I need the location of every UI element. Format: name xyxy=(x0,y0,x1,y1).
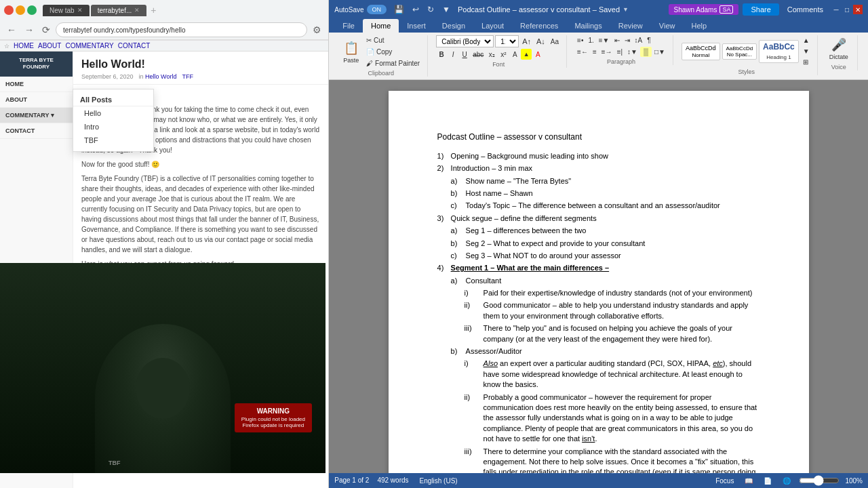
blog-tag-2: TFF xyxy=(182,73,193,80)
forward-button[interactable]: → xyxy=(22,23,37,37)
browser-tab-1[interactable]: New tab ✕ xyxy=(43,5,90,16)
styles-scroll-up[interactable]: ▲ xyxy=(801,35,812,45)
maximize-button[interactable]: □ xyxy=(842,5,852,14)
close-window-button[interactable]: ✕ xyxy=(853,5,863,14)
font-group: Calibri (Body) 11 A↑ A↓ Aa B I U abc xyxy=(431,35,567,68)
web-layout-button[interactable]: 🌐 xyxy=(780,476,793,485)
underline-button[interactable]: U xyxy=(459,49,470,60)
tab-help[interactable]: Help xyxy=(683,19,715,33)
font-group-label: Font xyxy=(492,61,505,68)
strikethrough-button[interactable]: abc xyxy=(471,49,486,60)
bookmark-commentary[interactable]: COMMENTARY xyxy=(65,42,113,49)
minimize-button[interactable]: ─ xyxy=(831,5,841,14)
back-button[interactable]: ← xyxy=(4,23,19,37)
bookmark-contact[interactable]: CONTACT xyxy=(118,42,151,49)
tab-view[interactable]: View xyxy=(651,19,684,33)
dropdown-item-tbf[interactable]: TBF xyxy=(73,134,153,147)
shading-button[interactable]: ▒ xyxy=(640,47,652,57)
comments-button[interactable]: Comments xyxy=(783,3,827,16)
nav-contact[interactable]: CONTACT xyxy=(0,123,73,139)
doc-item-4a-ii: ii) Good communicator – able to help you… xyxy=(465,300,760,321)
autosave-toggle[interactable]: ON xyxy=(367,5,387,14)
shrink-font-button[interactable]: A↓ xyxy=(534,36,547,47)
tab-home[interactable]: Home xyxy=(363,19,399,33)
dropdown-item-intro[interactable]: Intro xyxy=(73,120,153,134)
numbering-button[interactable]: 1. xyxy=(586,35,595,45)
nav-about[interactable]: ABOUT xyxy=(0,92,73,108)
bullets-button[interactable]: ≡• xyxy=(575,35,585,45)
show-marks-button[interactable]: ¶ xyxy=(645,35,652,45)
bookmark-home[interactable]: HOME xyxy=(14,42,34,49)
superscript-button[interactable]: x² xyxy=(498,49,509,60)
close-btn[interactable] xyxy=(4,5,14,15)
text-highlight-button[interactable]: ▲ xyxy=(521,49,532,60)
subscript-button[interactable]: x₂ xyxy=(486,49,497,60)
doc-item-4a-i: i) Paid for their expertise/knowledge of… xyxy=(465,288,760,298)
dictate-button[interactable]: 🎤 Dictate xyxy=(826,35,852,62)
document-area[interactable]: Podcast Outline – assessor v consultant … xyxy=(329,80,868,473)
tab-file[interactable]: File xyxy=(334,19,363,33)
save-icon-btn[interactable]: 💾 xyxy=(392,3,406,16)
zoom-slider[interactable] xyxy=(799,476,840,485)
align-left-button[interactable]: ≡← xyxy=(575,47,590,57)
sort-button[interactable]: ↕A xyxy=(633,35,645,45)
extensions-button[interactable]: ⚙ xyxy=(310,23,324,37)
tab-mailings[interactable]: Mailings xyxy=(566,19,610,33)
increase-indent-button[interactable]: ⇥ xyxy=(623,35,632,45)
refresh-button[interactable]: ⟳ xyxy=(39,23,53,37)
font-name-select[interactable]: Calibri (Body) xyxy=(436,35,494,47)
address-bar[interactable] xyxy=(56,22,307,37)
print-layout-button[interactable]: 📄 xyxy=(761,476,774,485)
copy-button[interactable]: 📄 Copy xyxy=(364,47,422,57)
justify-button[interactable]: ≡| xyxy=(615,47,625,57)
multilevel-list-button[interactable]: ≡▼ xyxy=(597,35,612,45)
cut-button[interactable]: ✂ Cut xyxy=(364,35,422,45)
tab-layout[interactable]: Layout xyxy=(473,19,512,33)
bookmark-about[interactable]: ABOUT xyxy=(38,42,61,49)
bold-button[interactable]: B xyxy=(436,49,447,60)
borders-button[interactable]: □▼ xyxy=(652,47,667,57)
language-button[interactable]: English (US) xyxy=(417,476,460,485)
decrease-indent-button[interactable]: ⇤ xyxy=(612,35,622,45)
share-button[interactable]: Share xyxy=(743,3,778,16)
clear-format-button[interactable]: Aa xyxy=(549,36,561,47)
tab-insert[interactable]: Insert xyxy=(399,19,434,33)
style-normal[interactable]: AaBbCcDdNormal xyxy=(682,43,720,60)
line-spacing-button[interactable]: ↕▼ xyxy=(625,47,639,57)
read-mode-button[interactable]: 📖 xyxy=(742,476,755,485)
paste-button[interactable]: 📋 Paste xyxy=(340,39,362,66)
tab-references[interactable]: References xyxy=(512,19,566,33)
font-size-select[interactable]: 11 xyxy=(495,35,519,47)
text-effects-button[interactable]: A xyxy=(509,49,520,60)
status-left: Page 1 of 2 492 words English (US) xyxy=(334,476,460,485)
italic-button[interactable]: I xyxy=(448,49,458,60)
align-right-button[interactable]: ≡→ xyxy=(599,47,614,57)
document-page: Podcast Outline – assessor v consultant … xyxy=(389,91,809,473)
browser-tab-2[interactable]: terrabytef... ✕ xyxy=(91,5,147,16)
word-panel: AutoSave ON 💾 ↩ ↻ ▼ Podcast Outline – as… xyxy=(329,0,868,488)
align-center-button[interactable]: ≡ xyxy=(591,47,599,57)
undo-btn[interactable]: ↩ xyxy=(410,3,421,16)
dropdown-header: All Posts xyxy=(73,94,153,106)
grow-font-button[interactable]: A↑ xyxy=(520,36,533,47)
nav-home[interactable]: HOME xyxy=(0,77,73,92)
tab-review[interactable]: Review xyxy=(610,19,651,33)
styles-more[interactable]: ⊞ xyxy=(801,57,812,67)
nav-commentary[interactable]: COMMENTARY ▾ xyxy=(0,108,73,123)
tab-design[interactable]: Design xyxy=(434,19,473,33)
style-heading1[interactable]: AaBbCcHeading 1 xyxy=(759,40,799,63)
new-tab-button[interactable]: + xyxy=(148,5,159,16)
focus-mode-button[interactable]: Focus xyxy=(713,476,736,485)
doc-item-4a-iii: iii) There to "help you" and is focused … xyxy=(465,323,760,344)
video-overlay: WARNING Plugin could not be loaded Firef… xyxy=(0,263,326,473)
min-btn[interactable] xyxy=(16,5,25,15)
style-no-space[interactable]: AaBbCcDdNo Spac... xyxy=(722,43,757,60)
font-color-button[interactable]: A xyxy=(532,49,543,60)
max-btn[interactable] xyxy=(27,5,37,15)
styles-scroll-down[interactable]: ▼ xyxy=(801,46,812,56)
format-painter-button[interactable]: 🖌 Format Painter xyxy=(364,58,422,68)
dropdown-item-hello[interactable]: Hello xyxy=(73,106,153,120)
more-tools-btn[interactable]: ▼ xyxy=(440,3,452,16)
zoom-level: 100% xyxy=(845,477,863,485)
redo-btn[interactable]: ↻ xyxy=(425,3,436,16)
